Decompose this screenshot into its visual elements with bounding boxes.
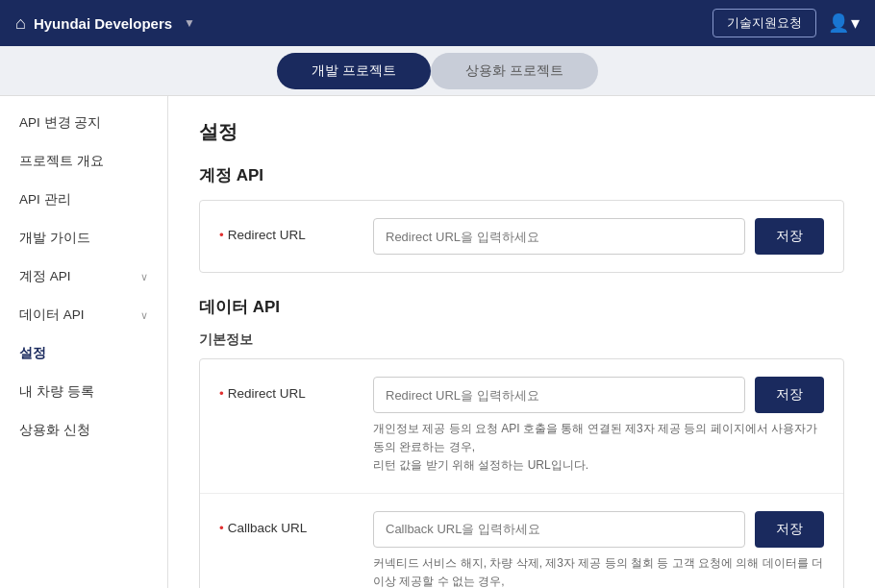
sidebar-item-my-car[interactable]: 내 차량 등록 (0, 373, 167, 411)
sidebar-item-data-api[interactable]: 데이터 API ∨ (0, 296, 167, 334)
account-redirect-label: •Redirect URL (219, 218, 373, 242)
chevron-down-icon: ∨ (140, 271, 148, 283)
data-redirect-input-row: 저장 (373, 377, 824, 413)
data-callback-save-button[interactable]: 저장 (755, 511, 824, 548)
basic-info-label: 기본정보 (199, 331, 844, 349)
data-callback-label: •Callback URL (219, 511, 373, 535)
header: ⌂ Hyundai Developers ▼ 기술지원요청 👤 ▾ (0, 0, 875, 46)
header-title: Hyundai Developers (34, 15, 172, 32)
sidebar-item-project-overview[interactable]: 프로젝트 개요 (0, 142, 167, 181)
main-content: 설정 계정 API •Redirect URL 저장 데이터 API 기본정보 (168, 96, 875, 588)
account-redirect-content: 저장 (373, 218, 824, 255)
sidebar: API 변경 공지 프로젝트 개요 API 관리 개발 가이드 계정 API ∨… (0, 96, 168, 588)
data-redirect-content: 저장 개인정보 제공 등의 요청 API 호출을 통해 연결된 제3자 제공 등… (373, 377, 824, 476)
account-redirect-input[interactable] (373, 218, 745, 255)
tab-dev-project[interactable]: 개발 프로젝트 (277, 53, 431, 89)
home-icon[interactable]: ⌂ (15, 13, 26, 34)
data-api-redirect-row: •Redirect URL 저장 개인정보 제공 등의 요청 API 호출을 통… (200, 359, 843, 494)
data-callback-content: 저장 커넥티드 서비스 해지, 차량 삭제, 제3자 제공 등의 철회 등 고객… (373, 511, 824, 588)
data-api-section-title: 데이터 API (199, 296, 844, 318)
required-marker: • (219, 228, 224, 242)
sidebar-item-dev-guide[interactable]: 개발 가이드 (0, 219, 167, 257)
data-callback-input-row: 저장 (373, 511, 824, 548)
sidebar-item-account-api[interactable]: 계정 API ∨ (0, 257, 167, 296)
layout: API 변경 공지 프로젝트 개요 API 관리 개발 가이드 계정 API ∨… (0, 96, 875, 588)
tab-bar: 개발 프로젝트 상용화 프로젝트 (0, 46, 875, 96)
header-dropdown-icon[interactable]: ▼ (184, 16, 195, 30)
page-title: 설정 (199, 119, 844, 145)
account-api-section-title: 계정 API (199, 164, 844, 186)
account-api-card: •Redirect URL 저장 (199, 200, 844, 273)
sidebar-item-commercialization[interactable]: 상용화 신청 (0, 411, 167, 450)
sidebar-item-api-management[interactable]: API 관리 (0, 181, 167, 219)
account-api-redirect-row: •Redirect URL 저장 (200, 201, 843, 272)
account-redirect-input-row: 저장 (373, 218, 824, 255)
required-marker: • (219, 521, 224, 535)
support-button[interactable]: 기술지원요청 (712, 9, 816, 37)
sidebar-item-api-notice[interactable]: API 변경 공지 (0, 104, 167, 142)
data-redirect-desc: 개인정보 제공 등의 요청 API 호출을 통해 연결된 제3자 제공 등의 페… (373, 420, 824, 476)
header-left: ⌂ Hyundai Developers ▼ (15, 13, 195, 34)
data-callback-input[interactable] (373, 511, 745, 548)
data-redirect-save-button[interactable]: 저장 (755, 377, 824, 413)
data-api-card: •Redirect URL 저장 개인정보 제공 등의 요청 API 호출을 통… (199, 358, 844, 588)
user-arrow-icon: ▾ (851, 12, 860, 34)
data-redirect-label: •Redirect URL (219, 377, 373, 401)
tab-prod-project[interactable]: 상용화 프로젝트 (431, 53, 598, 89)
account-redirect-save-button[interactable]: 저장 (755, 218, 824, 255)
data-redirect-input[interactable] (373, 377, 745, 413)
required-marker: • (219, 386, 224, 401)
user-icon: 👤 (828, 12, 849, 34)
user-menu[interactable]: 👤 ▾ (828, 12, 860, 34)
chevron-down-icon: ∨ (140, 309, 148, 322)
sidebar-item-settings[interactable]: 설정 (0, 334, 167, 373)
data-api-callback-row: •Callback URL 저장 커넥티드 서비스 해지, 차량 삭제, 제3자… (200, 494, 843, 588)
data-callback-desc: 커넥티드 서비스 해지, 차량 삭제, 제3자 제공 등의 철회 등 고객 요청… (373, 554, 824, 588)
header-right: 기술지원요청 👤 ▾ (712, 9, 860, 37)
